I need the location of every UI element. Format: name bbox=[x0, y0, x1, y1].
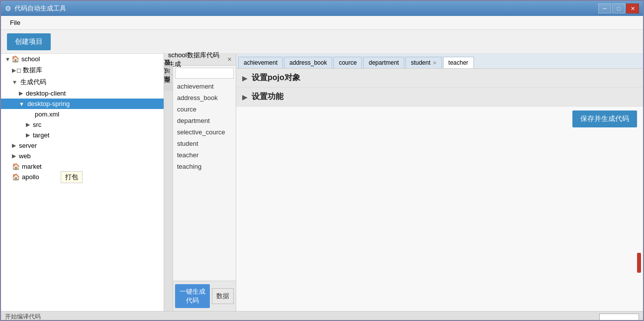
tab-label-department: department bbox=[368, 59, 399, 66]
panel-title-bar: school数据库代码生成 ✕ bbox=[164, 54, 236, 66]
tree-arrow-server: ▶ bbox=[12, 142, 16, 149]
close-button[interactable]: ✕ bbox=[626, 3, 639, 13]
tree-item-src[interactable]: ▶src bbox=[1, 119, 164, 130]
generate-code-button[interactable]: 一键生成代码 bbox=[175, 284, 210, 308]
menu-bar: File bbox=[1, 16, 643, 30]
db-list-item-7[interactable]: teaching bbox=[173, 161, 236, 172]
section-function: ▶ 设置功能 bbox=[236, 88, 643, 107]
right-panel: achievementaddress_bookcourcedepartments… bbox=[236, 54, 643, 311]
db-list-item-2[interactable]: cource bbox=[173, 104, 236, 115]
section-arrow-pojo: ▶ bbox=[242, 74, 248, 82]
title-bar: ⚙ 代码自动生成工具 ─ □ ✕ bbox=[1, 1, 643, 16]
main-layout: ▼🏠school▶□数据库▼生成代码▶desktop-client▼deskto… bbox=[1, 54, 643, 311]
tab-label-cource: cource bbox=[339, 59, 357, 66]
tree-item-pom-xml[interactable]: pom.xml bbox=[1, 109, 164, 119]
db-list-item-0[interactable]: achievement bbox=[173, 81, 236, 92]
tree-item-desktop-spring[interactable]: ▼desktop-spring bbox=[1, 99, 164, 109]
tab-achievement[interactable]: achievement bbox=[238, 57, 283, 68]
tooltip-popup: 打包 bbox=[61, 171, 83, 183]
db-search-input[interactable] bbox=[175, 68, 234, 79]
tree-item-target[interactable]: ▶target bbox=[1, 130, 164, 140]
tab-student[interactable]: student✕ bbox=[405, 57, 442, 68]
db-list: achievementaddress_bookcourcedepartments… bbox=[173, 81, 236, 281]
tree-label-pom-xml: pom.xml bbox=[35, 110, 59, 118]
middle-content: 设置域注面似 achievementaddress_bookcourcedepa… bbox=[164, 66, 236, 311]
tree-label-apollo: apollo bbox=[22, 173, 39, 181]
side-tab-0[interactable]: 设置 bbox=[164, 66, 173, 74]
create-project-button[interactable]: 创建项目 bbox=[7, 33, 51, 50]
side-tab-1[interactable]: 域 bbox=[164, 74, 173, 83]
tree-icon-apollo: 🏠 bbox=[12, 173, 20, 181]
tab-label-teacher: teacher bbox=[449, 59, 468, 66]
save-generate-button[interactable]: 保存并生成代码 bbox=[572, 110, 637, 127]
tree-icon-school: 🏠 bbox=[11, 55, 19, 63]
app-icon: ⚙ bbox=[5, 4, 11, 12]
middle-panel: school数据库代码生成 ✕ 设置域注面似 achievementaddres… bbox=[164, 54, 236, 311]
side-tabs: 设置域注面似 bbox=[164, 66, 173, 311]
toolbar: 创建项目 bbox=[1, 30, 643, 54]
panel-close-button[interactable]: ✕ bbox=[227, 56, 232, 63]
menu-item-file[interactable]: File bbox=[5, 17, 25, 28]
tree-label-database: 数据库 bbox=[23, 66, 42, 75]
tree-label-web: web bbox=[19, 152, 31, 160]
tab-close-student[interactable]: ✕ bbox=[433, 60, 437, 66]
tree-label-generate-code: 生成代码 bbox=[20, 78, 46, 87]
tab-teacher[interactable]: teacher bbox=[443, 57, 474, 68]
status-text: 开始编译代码 bbox=[5, 313, 41, 321]
tree-icon-database: □ bbox=[17, 67, 21, 74]
section-arrow-function: ▶ bbox=[242, 93, 248, 101]
tree-item-database[interactable]: ▶□数据库 bbox=[1, 64, 164, 76]
app-title: 代码自动生成工具 bbox=[14, 4, 598, 13]
tree-arrow-desktop-client: ▶ bbox=[19, 90, 23, 97]
tab-cource[interactable]: cource bbox=[333, 57, 362, 68]
db-list-item-4[interactable]: selective_cource bbox=[173, 126, 236, 138]
tab-label-address_book: address_book bbox=[289, 59, 327, 66]
data-button[interactable]: 数据 bbox=[212, 288, 234, 304]
tab-label-achievement: achievement bbox=[244, 59, 277, 66]
tree-label-school: school bbox=[21, 55, 40, 63]
tab-address_book[interactable]: address_book bbox=[284, 57, 332, 68]
tree-icon-market: 🏠 bbox=[12, 163, 20, 170]
tree-label-src: src bbox=[33, 121, 41, 128]
tree-arrow-target: ▶ bbox=[26, 132, 30, 138]
tree-arrow-school: ▼ bbox=[5, 56, 10, 62]
tree-item-school[interactable]: ▼🏠school bbox=[1, 54, 164, 64]
sidebar: ▼🏠school▶□数据库▼生成代码▶desktop-client▼deskto… bbox=[1, 54, 164, 311]
db-list-item-1[interactable]: address_book bbox=[173, 92, 236, 104]
maximize-button[interactable]: □ bbox=[612, 3, 625, 13]
side-tab-2[interactable]: 注面似 bbox=[164, 83, 173, 91]
db-list-item-3[interactable]: department bbox=[173, 115, 236, 126]
tree-label-target: target bbox=[33, 131, 49, 139]
bottom-btn-area: 一键生成代码 数据 bbox=[173, 281, 236, 311]
status-progress-bar bbox=[599, 314, 639, 321]
db-list-item-5[interactable]: student bbox=[173, 138, 236, 149]
tree-item-server[interactable]: ▶server bbox=[1, 140, 164, 151]
tree-label-desktop-spring: desktop-spring bbox=[27, 100, 70, 107]
tree-item-web[interactable]: ▶web bbox=[1, 151, 164, 161]
tree-arrow-desktop-spring: ▼ bbox=[19, 101, 24, 107]
db-list-item-6[interactable]: teacher bbox=[173, 149, 236, 161]
section-title-function: 设置功能 bbox=[252, 92, 283, 102]
section-pojo: ▶ 设置pojo对象 bbox=[236, 69, 643, 88]
tree-item-generate-code[interactable]: ▼生成代码 bbox=[1, 76, 164, 88]
tree-arrow-database: ▶ bbox=[12, 67, 16, 74]
section-header-pojo[interactable]: ▶ 设置pojo对象 bbox=[236, 69, 643, 88]
tab-bar: achievementaddress_bookcourcedepartments… bbox=[236, 54, 643, 69]
right-decorator bbox=[637, 253, 641, 273]
minimize-button[interactable]: ─ bbox=[598, 3, 611, 13]
tab-label-student: student bbox=[411, 59, 430, 66]
tree-arrow-web: ▶ bbox=[12, 153, 16, 159]
db-list-area: achievementaddress_bookcourcedepartments… bbox=[173, 66, 236, 311]
status-bar: 开始编译代码 bbox=[1, 311, 643, 321]
window-controls: ─ □ ✕ bbox=[598, 3, 639, 13]
content-area: ▶ 设置pojo对象▶ 设置功能 保存并生成代码 bbox=[236, 69, 643, 311]
save-btn-area: 保存并生成代码 bbox=[236, 107, 643, 131]
tree-label-desktop-client: desktop-client bbox=[26, 90, 66, 97]
tree-arrow-src: ▶ bbox=[26, 121, 30, 128]
tree-label-server: server bbox=[19, 142, 37, 149]
tree-item-market[interactable]: 🏠market bbox=[1, 161, 164, 172]
tab-department[interactable]: department bbox=[363, 57, 404, 68]
section-title-pojo: 设置pojo对象 bbox=[252, 73, 300, 83]
tree-item-desktop-client[interactable]: ▶desktop-client bbox=[1, 88, 164, 99]
section-header-function[interactable]: ▶ 设置功能 bbox=[236, 88, 643, 107]
